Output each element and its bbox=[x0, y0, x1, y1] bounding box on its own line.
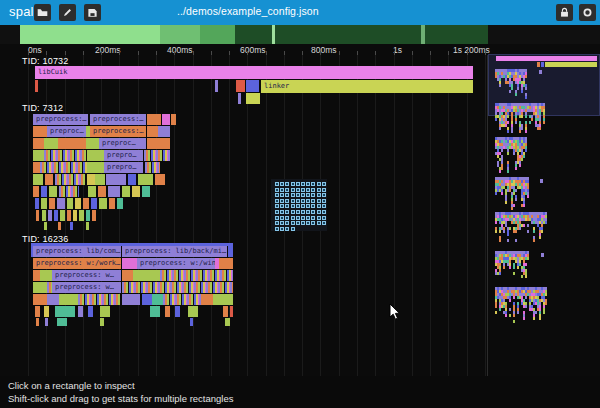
flame-rectangle[interactable] bbox=[44, 222, 47, 230]
flame-rectangle[interactable]: preprocess:… bbox=[33, 114, 88, 125]
flame-rectangle[interactable] bbox=[59, 294, 78, 305]
flame-rectangle[interactable]: preproc… bbox=[47, 126, 86, 137]
flame-rectangle[interactable] bbox=[108, 186, 120, 197]
flame-rectangle[interactable] bbox=[163, 294, 203, 305]
flame-rectangle[interactable] bbox=[95, 174, 105, 185]
flame-rectangle[interactable] bbox=[33, 138, 44, 149]
flame-rectangle[interactable] bbox=[171, 114, 176, 125]
flame-rectangle[interactable] bbox=[48, 210, 52, 221]
flame-rectangle[interactable] bbox=[142, 294, 152, 305]
flame-rectangle[interactable] bbox=[87, 174, 95, 185]
flame-rectangle[interactable] bbox=[122, 258, 137, 269]
flame-rectangle[interactable] bbox=[132, 186, 140, 197]
flame-rectangle[interactable] bbox=[213, 294, 233, 305]
flame-rectangle[interactable] bbox=[162, 114, 170, 125]
flame-rectangle[interactable] bbox=[54, 210, 58, 221]
flame-rectangle[interactable] bbox=[158, 126, 170, 137]
flame-rectangle[interactable] bbox=[215, 80, 218, 92]
flame-rectangle[interactable] bbox=[60, 210, 65, 221]
flame-rectangle[interactable]: prepro… bbox=[104, 150, 143, 161]
flame-rectangle[interactable] bbox=[219, 258, 233, 269]
flame-rectangle[interactable] bbox=[36, 318, 39, 326]
flame-rectangle[interactable]: preproc… bbox=[99, 138, 146, 149]
flame-rectangle[interactable]: preprocess: w:/work… bbox=[33, 258, 121, 269]
flame-rectangle[interactable]: preprocess:… bbox=[90, 126, 146, 137]
flame-rectangle[interactable] bbox=[92, 210, 96, 221]
flame-rectangle[interactable] bbox=[33, 174, 43, 185]
flame-rectangle[interactable] bbox=[45, 318, 48, 326]
flame-rectangle[interactable] bbox=[98, 186, 106, 197]
flame-rectangle[interactable] bbox=[44, 138, 58, 149]
flame-rectangle[interactable] bbox=[40, 162, 87, 173]
flame-rectangle[interactable] bbox=[67, 198, 73, 209]
flame-rectangle[interactable] bbox=[33, 294, 47, 305]
flame-rectangle[interactable] bbox=[160, 270, 233, 281]
flame-rectangle[interactable]: linker bbox=[261, 80, 473, 93]
edit-button[interactable] bbox=[59, 4, 76, 21]
flame-rectangle[interactable] bbox=[225, 318, 230, 326]
flame-rectangle[interactable] bbox=[145, 162, 160, 173]
flame-rectangle[interactable] bbox=[188, 306, 198, 317]
flame-rectangle[interactable] bbox=[33, 282, 47, 293]
flame-rectangle[interactable]: preprocess: w… bbox=[52, 270, 121, 281]
flame-rectangle[interactable] bbox=[100, 306, 110, 317]
flame-rectangle[interactable] bbox=[35, 80, 38, 92]
flame-rectangle[interactable] bbox=[73, 210, 77, 221]
flame-rectangle[interactable] bbox=[86, 138, 99, 149]
flame-rectangle[interactable]: preprocess: w… bbox=[52, 282, 121, 293]
flame-rectangle[interactable]: libCuik bbox=[35, 66, 473, 79]
flame-rectangle[interactable] bbox=[57, 318, 67, 326]
flame-rectangle[interactable] bbox=[175, 306, 180, 317]
flame-rectangle[interactable] bbox=[88, 186, 96, 197]
flame-rectangle[interactable] bbox=[36, 210, 39, 221]
flame-rectangle[interactable]: preprocess: lib/back/mi… bbox=[122, 246, 227, 257]
flame-rectangle[interactable] bbox=[147, 138, 170, 149]
flame-rectangle[interactable] bbox=[57, 198, 65, 209]
flame-rectangle[interactable] bbox=[33, 270, 40, 281]
flame-rectangle[interactable] bbox=[122, 270, 133, 281]
lock-button[interactable] bbox=[556, 4, 573, 21]
flame-rectangle[interactable] bbox=[45, 174, 53, 185]
flame-rectangle[interactable] bbox=[79, 210, 84, 221]
flame-rectangle[interactable] bbox=[67, 210, 71, 221]
flame-rectangle[interactable] bbox=[147, 126, 158, 137]
flame-rectangle[interactable] bbox=[86, 210, 90, 221]
flame-rectangle[interactable] bbox=[128, 174, 136, 185]
flame-rectangle[interactable] bbox=[58, 138, 86, 149]
flame-rectangle[interactable] bbox=[33, 126, 47, 137]
flame-rectangle[interactable] bbox=[133, 270, 160, 281]
flame-rectangle[interactable] bbox=[203, 294, 213, 305]
flame-rectangle[interactable] bbox=[122, 186, 130, 197]
flame-rectangle[interactable] bbox=[55, 306, 75, 317]
flame-rectangle[interactable] bbox=[228, 246, 233, 257]
flame-rectangle[interactable] bbox=[147, 114, 161, 125]
flame-rectangle[interactable] bbox=[87, 150, 104, 161]
flame-rectangle[interactable] bbox=[223, 306, 228, 317]
flame-rectangle[interactable] bbox=[190, 318, 193, 326]
flame-rectangle[interactable] bbox=[42, 210, 46, 221]
flame-rectangle[interactable] bbox=[87, 162, 104, 173]
settings-button[interactable] bbox=[579, 4, 596, 21]
flame-rectangle[interactable] bbox=[117, 198, 123, 209]
flame-rectangle[interactable] bbox=[41, 186, 47, 197]
activity-overview-strip[interactable] bbox=[0, 25, 600, 44]
flame-rectangle[interactable] bbox=[35, 306, 40, 317]
flame-rectangle[interactable] bbox=[70, 222, 73, 230]
flame-rectangle[interactable] bbox=[152, 294, 163, 305]
flame-rectangle[interactable] bbox=[122, 294, 140, 305]
flame-rectangle[interactable] bbox=[78, 306, 83, 317]
flame-rectangle[interactable] bbox=[40, 270, 52, 281]
flame-rectangle[interactable] bbox=[91, 198, 97, 209]
flame-rectangle[interactable] bbox=[49, 198, 55, 209]
flame-rectangle[interactable] bbox=[58, 222, 61, 230]
flame-rectangle[interactable] bbox=[55, 174, 85, 185]
flame-rectangle[interactable] bbox=[150, 306, 160, 317]
save-button[interactable] bbox=[84, 4, 101, 21]
flame-rectangle[interactable] bbox=[155, 174, 165, 185]
flame-rectangle[interactable] bbox=[88, 306, 93, 317]
flame-rectangle[interactable] bbox=[106, 174, 126, 185]
flame-rectangle[interactable] bbox=[41, 198, 47, 209]
flame-rectangle[interactable] bbox=[83, 198, 89, 209]
flame-rectangle[interactable] bbox=[33, 162, 40, 173]
flame-rectangle[interactable] bbox=[75, 198, 81, 209]
